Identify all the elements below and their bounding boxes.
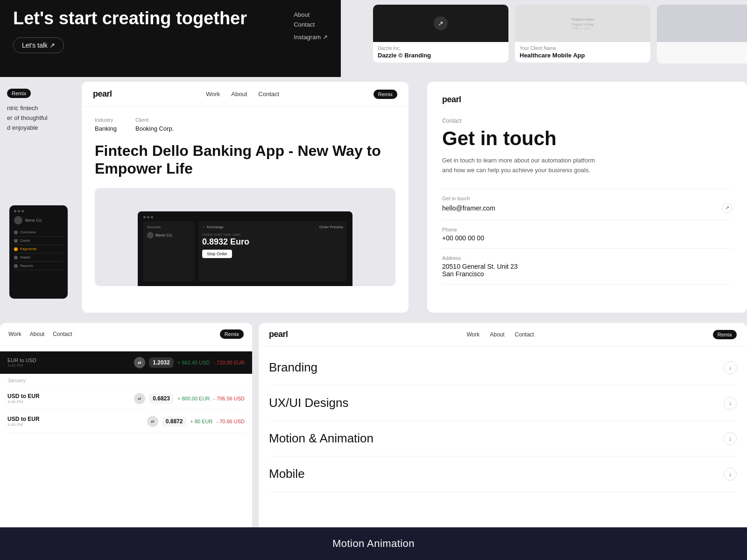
main-case-nav-contact[interactable]: Contact: [258, 91, 279, 98]
services-nav: pearl Work About Contact Remix: [259, 323, 747, 346]
service-branding-chevron: ↓: [724, 361, 737, 374]
mockup-dot-2: [18, 210, 20, 212]
app-order-button[interactable]: Stop Order: [202, 250, 232, 258]
contact-top-row: pearl: [442, 95, 732, 118]
portfolio-card-2-img: Today's cases Digital X-Ray from — Unit.…: [515, 5, 650, 42]
hero-left: Let's start creating together Let's talk…: [13, 8, 247, 53]
contact-heading: Get in touch: [442, 128, 732, 149]
app-account-sm: Account: [147, 225, 191, 229]
main-case-nav-links: Work About Contact: [206, 91, 279, 98]
portfolio-card-1-company: Dazzle Inc.: [378, 46, 504, 51]
contact-email-label: Get in touch: [442, 196, 732, 201]
contact-address-value-row: 20510 General St. Unit 23 San Francisco: [442, 263, 732, 278]
service-motion-chevron: ↓: [724, 432, 737, 445]
gap-top-center: [341, 0, 366, 77]
contact-email-link-icon[interactable]: ↗: [722, 203, 732, 213]
talk-button[interactable]: Let's talk ↗: [13, 37, 64, 53]
contact-email-row: Get in touch hello@framer.com ↗: [442, 189, 732, 220]
app-topbar: [143, 216, 347, 218]
exchange-nav-about[interactable]: About: [30, 331, 44, 337]
service-item-uxui[interactable]: UX/UI Designs ↓: [269, 385, 737, 421]
exchange-row-0-rate: 1.2032: [149, 357, 174, 368]
exchange-row-2-icon: ⇄: [134, 393, 145, 404]
exchange-row-2-rate: 0.6823: [149, 393, 174, 404]
services-nav-work[interactable]: Work: [466, 331, 479, 338]
portfolio-card-1-title: Dazzle © Branding: [378, 52, 504, 59]
portfolio-card-3-partial: [657, 5, 747, 63]
app-right-panel: ← Exchange Order Preview Limited Order T…: [198, 221, 347, 281]
hero-nav-contact[interactable]: Contact: [294, 21, 315, 28]
main-case-nav-about[interactable]: About: [231, 91, 247, 98]
app-left-panel: Account Beno Co.: [143, 221, 195, 281]
mockup-menu-cards: Cards: [14, 237, 63, 245]
exchange-row-0-right: ⇄ 1.2032 + 662.40 USD - 720.00 EUR: [134, 357, 245, 368]
portfolio-card-1-body: Dazzle Inc. Dazzle © Branding: [373, 42, 508, 63]
service-branding-label: Branding: [269, 360, 317, 375]
services-nav-about[interactable]: About: [490, 331, 504, 338]
contact-description: Get in touch to learn more about our aut…: [442, 156, 601, 175]
case-app-dark: Account Beno Co. ← Exchange: [138, 211, 352, 286]
bottom-strip: Motion Animation: [0, 527, 747, 560]
fintech-text: ntric fintech er of thoughtful d enjoyab…: [7, 104, 65, 133]
exchange-row-0-icon: ⇄: [134, 357, 145, 368]
panels-container: Let's start creating together Let's talk…: [0, 0, 747, 560]
services-nav-contact[interactable]: Contact: [515, 331, 534, 338]
portfolio-card-1-img: ↗: [373, 5, 508, 42]
mockup-brand-label: Beno Co.: [25, 218, 43, 223]
app-dot-3: [151, 216, 153, 218]
contact-address-value: 20510 General St. Unit 23 San Francisco: [442, 263, 518, 278]
service-item-motion[interactable]: Motion & Animation ↓: [269, 421, 737, 456]
mockup-menu-reports: Reports: [14, 262, 63, 270]
exchange-row-2-minus: - 706.56 USD: [213, 396, 245, 401]
mockup-icon-reports: [14, 264, 18, 268]
case-meta: Industry Banking Client Booking Corp.: [95, 117, 395, 133]
hero-headline: Let's start creating together: [13, 8, 247, 29]
exchange-row-0-left: EUR to USD 4:40 PM: [7, 357, 36, 368]
exchange-row-3-right: ⇄ 0.8872 + 80 EUR - 70.66 USD: [147, 416, 245, 427]
fintech-remix-badge: Remix: [7, 89, 31, 98]
mockup-icon-overview: [14, 231, 18, 234]
service-mobile-chevron: ↓: [724, 468, 737, 481]
mockup-icon-cards: [14, 239, 18, 243]
app-rate: 0.8932 Euro: [202, 237, 343, 247]
app-content: Account Beno Co. ← Exchange: [143, 221, 347, 281]
main-case-nav-work[interactable]: Work: [206, 91, 220, 98]
mockup-menu-payments: Payments: [14, 245, 63, 253]
app-exchange-order-row: ← Exchange Order Preview: [202, 225, 343, 231]
contact-address-label: Address: [442, 255, 732, 261]
portfolio-panel: ↗ Dazzle Inc. Dazzle © Branding Today's …: [366, 0, 747, 77]
services-logo: pearl: [269, 329, 288, 339]
portfolio-card-2: Today's cases Digital X-Ray from — Unit.…: [515, 5, 650, 63]
hero-nav-instagram[interactable]: Instagram ↗: [294, 34, 328, 41]
mockup-icon-payments: [14, 247, 18, 251]
main-case-nav: pearl Work About Contact Remix: [82, 82, 409, 107]
mockup-dots: [14, 210, 63, 212]
exchange-nav-work[interactable]: Work: [8, 331, 21, 337]
portfolio-card-2-title: Healthcare Mobile App: [520, 52, 646, 59]
exchange-nav-contact[interactable]: Contact: [53, 331, 72, 337]
exchange-row-3: USD to EUR 4:40 PM ⇄ 0.8872 + 80 EUR - 7…: [7, 410, 245, 433]
contact-phone-value-row: +00 000 00 00: [442, 234, 732, 242]
portfolio-card-3-img-partial: [657, 5, 747, 42]
exchange-row-2-plus: + 800.00 EUR: [177, 396, 210, 401]
mockup-menu-wallet: Wallet: [14, 253, 63, 262]
portfolio-card-2-body: Your Client Name Healthcare Mobile App: [515, 42, 650, 63]
contact-panel: pearl Contact Get in touch Get in touch …: [427, 82, 747, 313]
exchange-nav-links: Work About Contact: [8, 331, 72, 337]
exchange-nav: Work About Contact Remix: [0, 323, 252, 346]
app-order-section: Order Preview: [319, 225, 343, 231]
service-item-mobile[interactable]: Mobile ↓: [269, 456, 737, 492]
gap-mid-left: [72, 82, 82, 313]
hero-nav-about[interactable]: About: [294, 11, 310, 18]
mockup-avatar: [14, 216, 22, 224]
case-meta-industry: Industry Banking: [95, 117, 117, 133]
exchange-row-3-plus: + 80 EUR: [190, 419, 212, 424]
service-item-branding[interactable]: Branding ↓: [269, 350, 737, 385]
exchange-separator-january: January: [7, 374, 245, 387]
exchange-row-2-time: 4:40 PM: [7, 399, 40, 404]
fintech-mockup-card: Beno Co. Overview Cards Payments Wallet: [9, 205, 68, 299]
mockup-icon-wallet: [14, 256, 18, 259]
main-case-panel: pearl Work About Contact Remix Industry …: [82, 82, 409, 313]
app-order-preview: Order Preview: [319, 225, 343, 229]
gap-row2-row3: [0, 313, 747, 323]
